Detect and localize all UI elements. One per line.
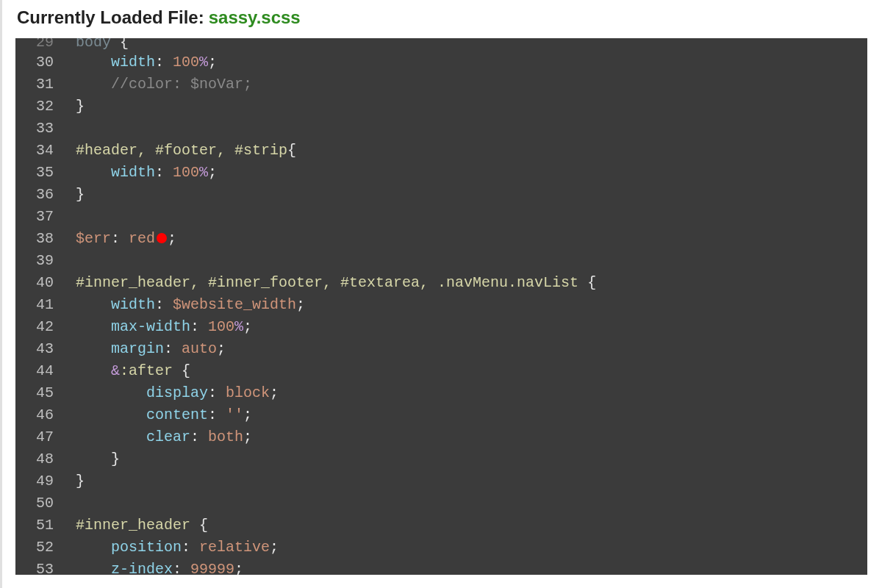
token-value: auto xyxy=(182,340,217,357)
token-semicolon: ; xyxy=(296,296,305,313)
token-colon: : xyxy=(111,230,120,247)
token-colon: : xyxy=(155,54,164,71)
token-brace: { xyxy=(287,142,296,159)
line-number: 48 xyxy=(15,448,54,470)
code-line[interactable] xyxy=(76,492,867,514)
token-semicolon: ; xyxy=(234,561,243,575)
code-line[interactable]: max-width: 100%; xyxy=(76,316,867,338)
line-number: 45 xyxy=(15,382,54,404)
line-number-gutter: 29 30 31 32 33 34 35 36 37 38 39 40 41 4… xyxy=(15,38,61,575)
token-selector: #inner_header, #inner_footer, #textarea,… xyxy=(76,274,578,291)
token-value: block xyxy=(226,384,270,401)
code-line[interactable]: #inner_header, #inner_footer, #textarea,… xyxy=(76,272,867,294)
code-line[interactable]: } xyxy=(76,448,867,470)
token-colon: : xyxy=(182,539,190,556)
token-brace: { xyxy=(587,274,596,291)
token-property: position xyxy=(111,539,182,556)
code-line[interactable]: } xyxy=(76,184,867,206)
code-line[interactable]: position: relative; xyxy=(76,537,867,559)
code-line[interactable]: width: $website_width; xyxy=(76,294,867,316)
token-string: '' xyxy=(226,406,243,423)
code-editor[interactable]: 29 30 31 32 33 34 35 36 37 38 39 40 41 4… xyxy=(15,38,867,575)
token-parent-ref: & xyxy=(111,362,120,379)
token-value: relative xyxy=(199,539,270,556)
token-property: width xyxy=(111,54,155,71)
code-line[interactable] xyxy=(76,250,867,272)
code-line[interactable]: width: 100%; xyxy=(76,51,867,74)
line-number: 39 xyxy=(15,250,54,272)
token-colon: : xyxy=(155,164,164,181)
code-line[interactable]: content: ''; xyxy=(76,404,867,426)
token-number: 99999 xyxy=(190,561,234,575)
token-colon: : xyxy=(190,318,199,335)
line-number: 30 xyxy=(15,51,54,74)
line-number: 49 xyxy=(15,470,54,492)
line-number: 50 xyxy=(15,492,54,514)
line-number: 40 xyxy=(15,272,54,294)
token-semicolon: ; xyxy=(243,429,252,445)
token-pseudo: :after xyxy=(120,362,173,379)
line-number: 29 xyxy=(15,38,54,51)
token-property: width xyxy=(111,296,155,313)
code-line[interactable]: z-index: 99999; xyxy=(76,559,867,575)
token-semicolon: ; xyxy=(217,340,226,357)
code-line[interactable]: clear: both; xyxy=(76,426,867,448)
token-property: z-index xyxy=(111,561,173,575)
code-line[interactable]: body { xyxy=(76,38,867,51)
code-line[interactable] xyxy=(76,118,867,140)
line-number: 35 xyxy=(15,162,54,184)
line-number: 46 xyxy=(15,404,54,426)
token-semicolon: ; xyxy=(168,230,176,247)
code-line[interactable]: width: 100%; xyxy=(76,162,867,184)
code-line[interactable]: margin: auto; xyxy=(76,338,867,360)
token-colon: : xyxy=(155,296,164,313)
line-number: 41 xyxy=(15,294,54,316)
code-area[interactable]: body { width: 100%; //color: $noVar; } #… xyxy=(61,38,867,575)
code-line[interactable] xyxy=(76,206,867,228)
token-brace: { xyxy=(199,517,208,534)
token-property: max-width xyxy=(111,318,190,335)
code-line[interactable]: #header, #footer, #strip{ xyxy=(76,140,867,162)
line-number: 36 xyxy=(15,184,54,206)
line-number: 43 xyxy=(15,338,54,360)
code-line[interactable]: } xyxy=(76,470,867,492)
token-value: red xyxy=(129,230,155,247)
line-number: 51 xyxy=(15,514,54,537)
token-semicolon: ; xyxy=(208,54,217,71)
token-property: margin xyxy=(111,340,164,357)
token-value: both xyxy=(208,429,243,445)
file-header-label: Currently Loaded File: xyxy=(17,7,204,28)
token-variable: $err xyxy=(76,230,111,247)
token-colon: : xyxy=(164,340,173,357)
token-unit: % xyxy=(199,164,208,181)
code-line[interactable]: //color: $noVar; xyxy=(76,74,867,96)
token-selector: #header, #footer, #strip xyxy=(76,142,287,159)
token-colon: : xyxy=(190,429,199,445)
token-semicolon: ; xyxy=(243,318,252,335)
token-comment: //color: $noVar; xyxy=(111,76,252,93)
token-semicolon: ; xyxy=(243,406,252,423)
token-colon: : xyxy=(208,406,217,423)
token-semicolon: ; xyxy=(208,164,217,181)
token-semicolon: ; xyxy=(270,539,279,556)
token-variable-ref: $website_width xyxy=(173,296,296,313)
code-line[interactable]: } xyxy=(76,96,867,118)
token-colon: : xyxy=(208,384,217,401)
token-brace: } xyxy=(111,451,120,467)
token-brace: { xyxy=(182,362,190,379)
line-number: 44 xyxy=(15,360,54,382)
token-property: display xyxy=(146,384,208,401)
code-line[interactable]: display: block; xyxy=(76,382,867,404)
color-swatch-icon xyxy=(157,233,167,243)
code-line[interactable]: #inner_header { xyxy=(76,514,867,537)
token-property: content xyxy=(146,406,208,423)
line-number: 37 xyxy=(15,206,54,228)
token-selector: #inner_header xyxy=(76,517,190,534)
token-property: width xyxy=(111,164,155,181)
token-brace: } xyxy=(76,473,85,490)
code-line[interactable]: $err: red; xyxy=(76,228,867,250)
line-number: 47 xyxy=(15,426,54,448)
line-number: 33 xyxy=(15,118,54,140)
code-line[interactable]: &:after { xyxy=(76,360,867,382)
file-header-filename: sassy.scss xyxy=(209,7,301,28)
